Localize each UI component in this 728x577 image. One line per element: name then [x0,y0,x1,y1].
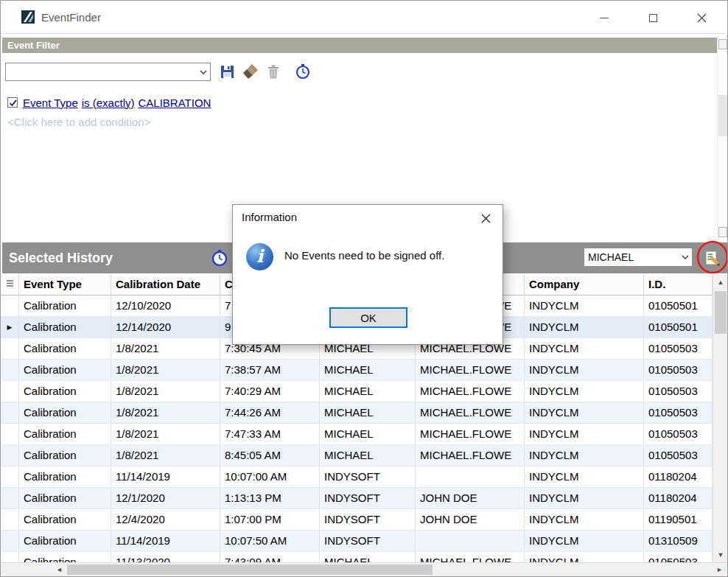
table-row[interactable]: Calibration1/8/20217:40:29 AMMICHAELMICH… [1,381,713,402]
grid-cell[interactable]: 12/14/2020 [111,317,220,338]
table-row[interactable]: Calibration11/13/20207:43:09 AMMICHAELMI… [1,552,713,562]
grid-cell[interactable]: 12/1/2020 [111,488,220,509]
condition-checkbox[interactable] [7,97,18,108]
scroll-down-arrow[interactable]: ▼ [713,548,728,562]
grid-cell[interactable]: Calibration [19,531,111,552]
clear-filter-button[interactable] [242,63,259,80]
grid-cell[interactable]: 01050503 [644,338,713,360]
scroll-up-arrow[interactable]: ▲ [713,275,728,290]
grid-vertical-scrollbar[interactable]: ▲ ▼ [713,275,727,562]
condition-value-link[interactable]: CALIBRATION [138,97,211,109]
grid-cell[interactable]: Calibration [19,402,111,424]
grid-cell[interactable]: MICHAEL [320,381,416,402]
table-row[interactable]: Calibration11/14/201910:07:00 AMINDYSOFT… [1,466,713,488]
grid-cell[interactable]: INDYSOFT [320,531,416,552]
user-filter-combo[interactable]: MICHAEL [584,248,693,267]
grid-cell[interactable]: INDYSOFT [320,488,416,509]
grid-cell[interactable]: MICHAEL.FLOWE [416,552,525,562]
grid-cell[interactable]: Calibration [19,424,111,445]
grid-cell[interactable]: Calibration [19,317,111,338]
grid-cell[interactable]: 8:45:05 AM [220,445,320,466]
vertical-scroll-thumb[interactable] [715,291,727,334]
grid-cell[interactable]: Calibration [19,445,111,466]
filter-scroll-thumb[interactable] [718,95,727,136]
grid-cell[interactable]: MICHAEL.FLOWE [416,402,525,424]
grid-cell[interactable]: 01050503 [644,552,713,562]
grid-cell[interactable]: Calibration [19,381,111,402]
maximize-button[interactable] [638,7,668,29]
scroll-left-arrow[interactable]: ◄ [52,563,66,576]
grid-cell[interactable]: INDYCLM [525,466,644,488]
condition-field-link[interactable]: Event Type [23,97,78,109]
grid-cell[interactable]: 11/14/2019 [111,466,220,488]
dialog-close-button[interactable] [477,210,494,226]
grid-cell[interactable]: 1:13:13 PM [220,488,320,509]
grid-cell[interactable]: 11/13/2020 [111,552,220,562]
column-header[interactable]: Company [525,275,644,296]
grid-cell[interactable]: MICHAEL.FLOWE [416,381,525,402]
ok-button[interactable]: OK [329,307,407,328]
grid-cell[interactable]: 01050503 [644,360,713,381]
table-row[interactable]: Calibration11/14/201910:07:50 AMINDYSOFT… [1,531,713,552]
add-condition-hint[interactable]: <Click here to add condition> [7,116,150,128]
grid-cell[interactable]: 7:38:57 AM [220,360,320,381]
grid-cell[interactable]: 01180204 [644,466,713,488]
grid-cell[interactable]: Calibration [19,360,111,381]
grid-cell[interactable]: JOHN DOE [416,509,525,531]
grid-cell[interactable]: 1/8/2021 [111,381,220,402]
grid-cell[interactable]: 01310509 [644,531,713,552]
column-header[interactable]: Calibration Date [111,275,220,296]
column-header[interactable]: Event Type [19,275,111,296]
grid-cell[interactable]: INDYCLM [525,531,644,552]
grid-cell[interactable]: 7:47:33 AM [220,424,320,445]
grid-cell[interactable]: 01190501 [644,509,713,531]
grid-cell[interactable]: 1/8/2021 [111,424,220,445]
grid-cell[interactable]: MICHAEL.FLOWE [416,360,525,381]
grid-cell[interactable]: INDYCLM [525,402,644,424]
condition-operator-link[interactable]: is (exactly) [82,97,135,109]
grid-cell[interactable]: 01050503 [644,424,713,445]
grid-cell[interactable]: MICHAEL [320,445,416,466]
grid-cell[interactable] [416,466,525,488]
grid-cell[interactable]: 7:44:26 AM [220,402,320,424]
grid-cell[interactable]: MICHAEL [320,424,416,445]
grid-cell[interactable]: JOHN DOE [416,488,525,509]
grid-cell[interactable]: INDYSOFT [320,509,416,531]
grid-cell[interactable]: INDYCLM [525,381,644,402]
grid-cell[interactable]: 12/4/2020 [111,509,220,531]
minimize-button[interactable] [589,7,619,29]
grid-cell[interactable]: INDYCLM [525,424,644,445]
grid-cell[interactable]: 11/14/2019 [111,531,220,552]
grid-cell[interactable]: 01050501 [644,317,713,338]
grid-cell[interactable]: 01050503 [644,402,713,424]
scroll-right-arrow[interactable]: ► [713,563,727,576]
grid-cell[interactable]: MICHAEL [320,402,416,424]
grid-cell[interactable]: 12/10/2020 [111,296,220,317]
grid-cell[interactable]: Calibration [19,296,111,317]
grid-cell[interactable]: 01050503 [644,381,713,402]
grid-cell[interactable]: 1/8/2021 [111,338,220,360]
grid-horizontal-scrollbar[interactable]: ◄ ► [1,562,727,576]
save-filter-button[interactable] [218,63,236,80]
grid-cell[interactable]: 01050501 [644,296,713,317]
close-button[interactable] [687,7,716,29]
filter-preset-combo[interactable] [5,63,211,81]
grid-cell[interactable]: 10:07:50 AM [220,531,320,552]
row-selector-header[interactable] [1,275,19,296]
grid-cell[interactable]: 7:40:29 AM [220,381,320,402]
chevron-down-icon[interactable] [679,255,692,259]
grid-cell[interactable]: 01180204 [644,488,713,509]
grid-cell[interactable]: INDYCLM [525,296,644,317]
grid-cell[interactable]: Calibration [19,509,111,531]
filter-history-button[interactable] [294,63,312,80]
grid-cell[interactable]: 1/8/2021 [111,445,220,466]
grid-cell[interactable]: MICHAEL [320,360,416,381]
filter-panel-scrollbar[interactable] [717,38,727,241]
grid-cell[interactable]: INDYCLM [525,338,644,360]
grid-cell[interactable]: MICHAEL.FLOWE [416,445,525,466]
grid-cell[interactable]: INDYCLM [525,445,644,466]
chevron-down-icon[interactable] [197,70,210,74]
delete-filter-button[interactable] [265,63,282,80]
table-row[interactable]: Calibration1/8/20218:45:05 AMMICHAELMICH… [1,445,713,466]
stopwatch-icon[interactable] [211,249,228,270]
